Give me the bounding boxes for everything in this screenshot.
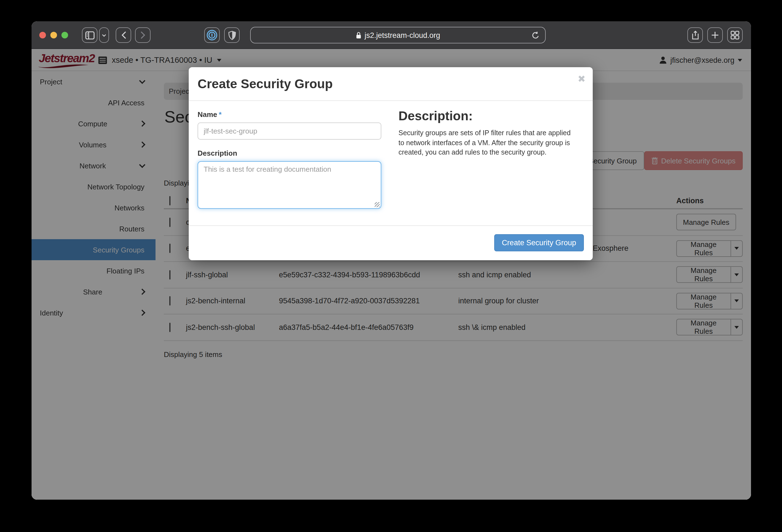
privacy-shield-button[interactable] xyxy=(224,27,240,43)
page-content: Jetstream2 xsede • TG-TRA160003 • IU xyxy=(32,49,751,500)
shield-icon xyxy=(228,30,236,40)
share-button[interactable] xyxy=(687,27,703,43)
url-text: js2.jetstream-cloud.org xyxy=(364,31,440,39)
help-title: Description: xyxy=(398,109,584,124)
modal-footer: Create Security Group xyxy=(189,225,593,260)
chevron-down-icon xyxy=(102,34,106,37)
sidebar-icon xyxy=(85,31,94,39)
help-text: Security groups are sets of IP filter ru… xyxy=(398,128,584,158)
description-textarea[interactable]: This is a test for creating documentatio… xyxy=(198,161,381,209)
modal-help-column: Description: Security groups are sets of… xyxy=(398,101,584,158)
submit-create-security-group-button[interactable]: Create Security Group xyxy=(494,234,584,251)
modal-body: Name* Description This is a test for cre… xyxy=(189,101,593,225)
minimize-window-button[interactable] xyxy=(50,32,57,38)
browser-window: js2.jetstream-cloud.org xyxy=(32,21,751,500)
reload-icon xyxy=(531,31,540,40)
textarea-resize-handle[interactable] xyxy=(375,202,380,207)
tab-grid-icon xyxy=(731,31,739,40)
modal-form-column: Name* Description This is a test for cre… xyxy=(198,101,381,211)
onepassword-extension-button[interactable] xyxy=(204,27,220,43)
name-field-label: Name* xyxy=(198,110,381,119)
sidebar-menu-chevron-button[interactable] xyxy=(99,27,109,43)
new-tab-button[interactable] xyxy=(707,27,723,43)
lock-icon xyxy=(356,32,361,39)
modal-header: Create Security Group ✖ xyxy=(189,67,593,101)
back-button[interactable] xyxy=(116,27,131,43)
name-input[interactable] xyxy=(198,122,381,140)
create-security-group-modal: Create Security Group ✖ Name* Descriptio… xyxy=(189,67,593,260)
modal-title: Create Security Group xyxy=(198,77,332,91)
required-asterisk: * xyxy=(219,110,222,119)
sidebar-toggle-button[interactable] xyxy=(82,27,97,43)
back-icon xyxy=(121,31,126,39)
close-window-button[interactable] xyxy=(39,32,46,38)
zoom-window-button[interactable] xyxy=(62,32,68,38)
plus-icon xyxy=(711,31,719,39)
share-icon xyxy=(691,31,699,40)
forward-button[interactable] xyxy=(135,27,150,43)
tab-overview-button[interactable] xyxy=(727,27,743,43)
forward-icon xyxy=(140,31,145,39)
address-bar[interactable]: js2.jetstream-cloud.org xyxy=(250,27,546,43)
browser-toolbar: js2.jetstream-cloud.org xyxy=(32,21,751,49)
onepassword-icon xyxy=(206,30,217,41)
description-field-label: Description xyxy=(198,149,381,157)
close-icon[interactable]: ✖ xyxy=(578,74,586,84)
reload-button[interactable] xyxy=(531,31,540,42)
